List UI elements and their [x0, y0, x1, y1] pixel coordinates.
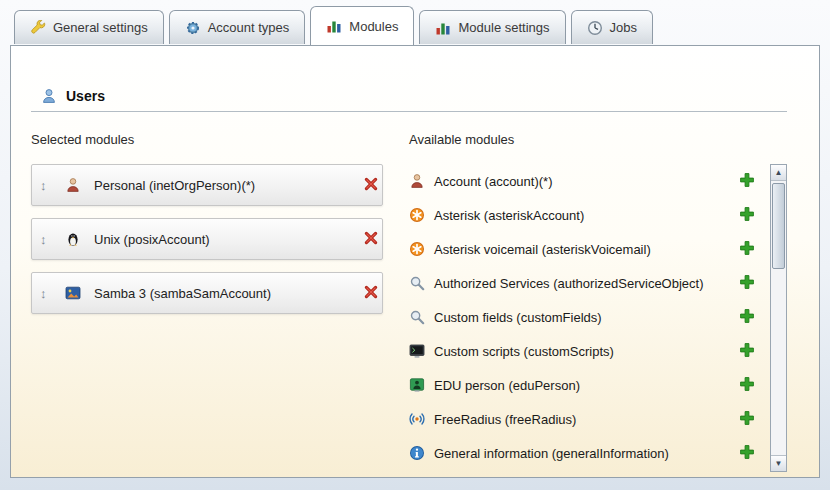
remove-module-button[interactable]	[354, 230, 372, 248]
scroll-up-arrow[interactable]: ▲	[771, 165, 786, 181]
selected-module-label: Unix (posixAccount)	[94, 232, 210, 247]
tab-bar: General settings Account types Modules M…	[14, 6, 653, 44]
account-icon	[409, 173, 425, 189]
tab-label: General settings	[53, 20, 148, 35]
tab-label: Module settings	[458, 20, 549, 35]
available-module-label: Account (account)(*)	[434, 174, 553, 189]
add-module-button[interactable]	[738, 274, 756, 292]
drag-handle-icon[interactable]: ↕	[40, 232, 56, 247]
tab-label: Jobs	[610, 20, 637, 35]
available-module-label: General information (generalInformation)	[434, 446, 669, 461]
samba-icon	[65, 285, 81, 301]
tab-label: Modules	[349, 19, 398, 34]
available-module-row: Account (account)(*)	[409, 164, 770, 198]
scrollbar[interactable]: ▲ ▼	[770, 164, 787, 472]
penguin-icon	[65, 231, 81, 247]
available-module-row: FreeRadius (freeRadius)	[409, 402, 770, 436]
plus-icon	[739, 410, 755, 426]
terminal-icon	[409, 343, 425, 359]
users-section-header: Users	[31, 88, 787, 112]
add-module-button[interactable]	[738, 308, 756, 326]
magnifier-icon	[409, 309, 425, 325]
module-columns: Selected modules ↕ Personal (inetOrgPers…	[31, 126, 787, 472]
available-modules-heading: Available modules	[409, 132, 787, 147]
selected-module-label: Personal (inetOrgPerson)(*)	[94, 178, 255, 193]
plus-icon	[739, 172, 755, 188]
asterisk-voicemail-icon	[409, 241, 425, 257]
chart-icon	[326, 18, 342, 34]
available-module-row: General information (generalInformation)	[409, 436, 770, 470]
selected-module-label: Samba 3 (sambaSamAccount)	[94, 286, 271, 301]
scroll-down-arrow[interactable]: ▼	[771, 455, 786, 471]
info-icon	[409, 445, 425, 461]
available-module-label: Asterisk voicemail (asteriskVoicemail)	[434, 242, 651, 257]
selected-modules-column: Selected modules ↕ Personal (inetOrgPers…	[31, 126, 383, 472]
tab-general-settings[interactable]: General settings	[14, 10, 164, 44]
tab-modules[interactable]: Modules	[310, 6, 414, 45]
selected-module-item: ↕ Samba 3 (sambaSamAccount)	[31, 272, 383, 314]
tab-label: Account types	[208, 20, 290, 35]
drag-handle-icon[interactable]: ↕	[40, 178, 56, 193]
add-module-button[interactable]	[738, 240, 756, 258]
plus-icon	[739, 240, 755, 256]
available-module-label: Authorized Services (authorizedServiceOb…	[434, 276, 704, 291]
section-title: Users	[66, 88, 105, 104]
add-module-button[interactable]	[738, 444, 756, 462]
scrollbar-thumb[interactable]	[772, 183, 785, 269]
selected-module-item: ↕ Personal (inetOrgPerson)(*)	[31, 164, 383, 206]
plus-icon	[739, 274, 755, 290]
page: General settings Account types Modules M…	[0, 0, 830, 490]
selected-modules-heading: Selected modules	[31, 132, 383, 147]
plus-icon	[739, 376, 755, 392]
plus-icon	[739, 342, 755, 358]
available-module-label: Custom scripts (customScripts)	[434, 344, 614, 359]
tab-account-types[interactable]: Account types	[169, 10, 306, 44]
plus-icon	[739, 444, 755, 460]
available-modules-list: Account (account)(*) Asterisk (asteriskA…	[409, 164, 770, 472]
available-module-row: EDU person (eduPerson)	[409, 368, 770, 402]
available-module-label: EDU person (eduPerson)	[434, 378, 580, 393]
available-module-row: Asterisk (asteriskAccount)	[409, 198, 770, 232]
add-module-button[interactable]	[738, 342, 756, 360]
add-module-button[interactable]	[738, 376, 756, 394]
panel-content: Users Selected modules ↕ Personal (inetO…	[11, 46, 819, 477]
delete-x-icon	[363, 284, 379, 300]
delete-x-icon	[363, 176, 379, 192]
remove-module-button[interactable]	[354, 176, 372, 194]
remove-module-button[interactable]	[354, 284, 372, 302]
available-module-label: FreeRadius (freeRadius)	[434, 412, 576, 427]
person-icon	[65, 177, 81, 193]
chart-settings-icon	[435, 20, 451, 36]
available-module-row: Custom scripts (customScripts)	[409, 334, 770, 368]
available-module-row: Asterisk voicemail (asteriskVoicemail)	[409, 232, 770, 266]
available-module-row: Custom fields (customFields)	[409, 300, 770, 334]
available-modules-area: Account (account)(*) Asterisk (asteriskA…	[409, 164, 787, 472]
available-module-label: Custom fields (customFields)	[434, 310, 602, 325]
gear-icon	[185, 20, 201, 36]
radio-waves-icon	[409, 411, 425, 427]
plus-icon	[739, 206, 755, 222]
wrench-icon	[30, 20, 46, 36]
magnifier-icon	[409, 275, 425, 291]
plus-icon	[739, 308, 755, 324]
available-modules-column: Available modules Account (account)(*)	[409, 126, 787, 472]
drag-handle-icon[interactable]: ↕	[40, 286, 56, 301]
add-module-button[interactable]	[738, 172, 756, 190]
delete-x-icon	[363, 230, 379, 246]
user-icon	[41, 88, 57, 104]
available-module-label: Asterisk (asteriskAccount)	[434, 208, 584, 223]
clock-icon	[587, 20, 603, 36]
selected-module-item: ↕ Unix (posixAccount)	[31, 218, 383, 260]
add-module-button[interactable]	[738, 206, 756, 224]
asterisk-icon	[409, 207, 425, 223]
available-module-row: Authorized Services (authorizedServiceOb…	[409, 266, 770, 300]
add-module-button[interactable]	[738, 410, 756, 428]
tab-module-settings[interactable]: Module settings	[419, 10, 565, 44]
tab-jobs[interactable]: Jobs	[571, 10, 653, 44]
edu-person-icon	[409, 377, 425, 393]
modules-panel: Users Selected modules ↕ Personal (inetO…	[10, 45, 820, 478]
